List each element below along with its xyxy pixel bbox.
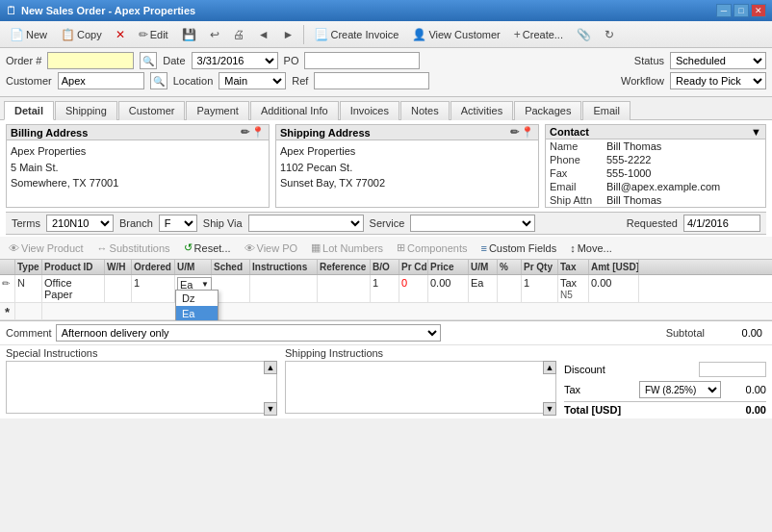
special-scroll-down[interactable]: ▼ [264, 402, 277, 416]
branch-select[interactable]: F [159, 215, 197, 232]
minimize-button[interactable]: ─ [716, 4, 732, 17]
prev-button[interactable]: ◄ [252, 24, 275, 45]
po-input[interactable] [304, 52, 420, 69]
service-select[interactable] [410, 215, 535, 232]
cell-um[interactable]: Ea ▼ Dz Ea Lb Pc SqFt [175, 275, 212, 302]
dropdown-item-ea[interactable]: Ea [176, 306, 218, 320]
contact-dropdown-icon[interactable]: ▼ [751, 126, 761, 138]
cell-prcd[interactable]: 0 [399, 275, 428, 302]
shipping-edit-icon[interactable]: ✏ [510, 126, 519, 139]
requested-input[interactable] [683, 215, 760, 232]
tab-email[interactable]: Email [582, 101, 630, 120]
print-button[interactable]: 🖨 [227, 24, 250, 45]
next-button[interactable]: ► [277, 24, 300, 45]
type-input[interactable] [17, 277, 39, 289]
grid-col-type: Type [15, 260, 42, 274]
customer-search-button[interactable]: 🔍 [150, 72, 167, 89]
cell-pct[interactable] [498, 275, 522, 302]
cell-edit: ✏ [0, 275, 15, 302]
shipping-scroll-up[interactable]: ▲ [543, 361, 556, 374]
status-select[interactable]: Scheduled Open Closed Void [670, 52, 766, 69]
shipping-scroll-down[interactable]: ▼ [543, 402, 556, 416]
create-invoice-button[interactable]: 📃 Create Invoice [308, 24, 404, 45]
undo-button[interactable]: ↩ [204, 24, 225, 45]
billing-edit-icon[interactable]: ✏ [241, 126, 249, 139]
custom-fields-icon: ≡ [480, 242, 486, 254]
contact-email-row: Email Bill@apex.example.com [546, 180, 765, 193]
new-button[interactable]: 📄 New [4, 24, 53, 45]
grid-col-priceum: U/M [469, 260, 498, 274]
move-button[interactable]: ↕ Move... [565, 240, 617, 257]
view-po-button[interactable]: 👁 View PO [240, 240, 303, 257]
comment-select[interactable]: Afternoon delivery only [56, 324, 441, 342]
cell-price[interactable]: 0.00 [428, 275, 469, 302]
ship-via-select[interactable] [248, 215, 364, 232]
components-button[interactable]: ⊞ Components [392, 240, 472, 257]
custom-fields-button[interactable]: ≡ Custom Fields [476, 240, 561, 257]
tab-detail[interactable]: Detail [4, 101, 54, 120]
cell-amt[interactable]: 0.00 [589, 275, 639, 302]
view-customer-button[interactable]: 👤 View Customer [406, 24, 505, 45]
total-value: 0.00 [708, 404, 766, 416]
cell-ordered[interactable]: 1 [132, 275, 175, 302]
ref-input[interactable] [314, 72, 429, 89]
dropdown-item-dz[interactable]: Dz [176, 291, 218, 306]
substitutions-button[interactable]: ↔ Substitutions [92, 240, 175, 257]
tab-customer[interactable]: Customer [118, 101, 186, 120]
edit-button[interactable]: ✏ Edit [133, 24, 174, 45]
customer-input[interactable] [58, 72, 144, 89]
tab-activities[interactable]: Activities [450, 101, 513, 120]
discount-input[interactable] [699, 362, 766, 377]
cell-instructions[interactable] [250, 275, 318, 302]
special-instructions-textarea[interactable] [6, 361, 277, 414]
cell-tax[interactable]: Tax N5 [558, 275, 589, 302]
tab-payment[interactable]: Payment [186, 101, 248, 120]
terms-select[interactable]: 210N10 [46, 215, 114, 232]
cell-bo[interactable]: 1 [371, 275, 399, 302]
form-row-1: Order # 🔍 Date 3/31/2016 PO Status Sched… [6, 52, 766, 69]
attach-button[interactable]: 📎 [571, 24, 597, 45]
maximize-button[interactable]: □ [733, 4, 749, 17]
tab-shipping[interactable]: Shipping [55, 101, 117, 120]
cell-prqty[interactable]: 1 [522, 275, 558, 302]
save-button[interactable]: 💾 [176, 24, 202, 45]
billing-map-icon[interactable]: 📍 [251, 126, 265, 139]
row-edit-icon[interactable]: ✏ [2, 278, 10, 289]
date-select[interactable]: 3/31/2016 [192, 52, 278, 69]
tab-packages[interactable]: Packages [514, 101, 581, 120]
close-button[interactable]: ✕ [751, 4, 766, 17]
tax-amount: 0.00 [723, 384, 766, 395]
tab-notes[interactable]: Notes [400, 101, 450, 120]
workflow-select[interactable]: Ready to Pick Pending [670, 72, 766, 89]
create-button[interactable]: + Create... [508, 24, 569, 45]
delete-button[interactable]: ✕ [110, 24, 131, 45]
cell-type[interactable] [15, 275, 42, 302]
cell-reference[interactable] [318, 275, 371, 302]
refresh-button[interactable]: ↻ [599, 24, 620, 45]
view-product-button[interactable]: 👁 View Product [4, 240, 89, 257]
lot-numbers-button[interactable]: ▦ Lot Numbers [306, 240, 388, 257]
grid-col-bo: B/O [371, 260, 399, 274]
location-select[interactable]: Main Warehouse [219, 72, 286, 89]
subtotal-label: Subtotal [666, 327, 705, 339]
shipping-map-icon[interactable]: 📍 [521, 126, 534, 139]
tax-label: Tax [564, 384, 580, 395]
order-input[interactable] [47, 52, 134, 69]
print-icon: 🖨 [233, 28, 244, 41]
reset-button[interactable]: ↺ Reset... [179, 240, 236, 257]
copy-button[interactable]: 📋 Copy [55, 24, 108, 45]
tab-additional-info[interactable]: Additional Info [250, 101, 339, 120]
special-totals-row: Special Instructions ▲ ▼ Shipping Instru… [0, 345, 772, 418]
cell-productid[interactable]: Office Paper [42, 275, 105, 302]
totals-section: Discount Tax FW (8.25%) 0.00 Total [USD]… [564, 347, 766, 417]
order-search-button[interactable]: 🔍 [140, 52, 157, 69]
cell-wh[interactable] [105, 275, 132, 302]
shipping-instructions-textarea[interactable] [285, 361, 556, 414]
create-plus-icon: + [514, 28, 521, 41]
tab-invoices[interactable]: Invoices [340, 101, 399, 120]
cell-priceum[interactable]: Ea [469, 275, 498, 302]
special-scroll-up[interactable]: ▲ [264, 361, 277, 374]
new-row[interactable]: * [0, 303, 772, 320]
grid-col-prqty: Pr Qty [522, 260, 558, 274]
tax-select[interactable]: FW (8.25%) [639, 381, 721, 398]
